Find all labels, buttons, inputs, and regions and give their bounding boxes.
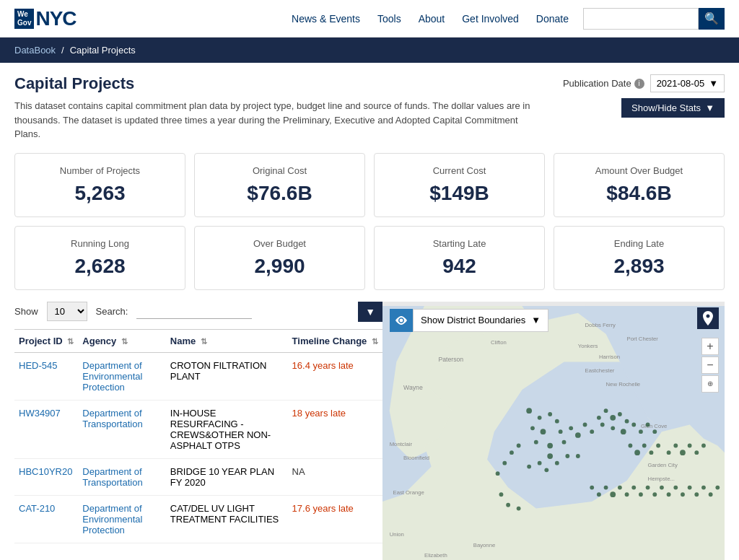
project-id-link[interactable]: HED-545 <box>19 360 57 371</box>
stat-value: 2,628 <box>27 255 173 278</box>
svg-point-29 <box>534 439 538 444</box>
district-dropdown[interactable]: Show District Boundaries ▼ <box>413 309 548 332</box>
stat-card-original-cost: Original Cost $76.6B <box>194 153 365 217</box>
stat-label: Amount Over Budget <box>566 165 712 176</box>
svg-point-86 <box>681 492 685 496</box>
table-row: CAT-210 Department of Environmental Prot… <box>14 495 382 543</box>
svg-point-74 <box>597 492 601 496</box>
search-label: Search: <box>96 306 128 317</box>
nav-tools[interactable]: Tools <box>377 13 401 25</box>
search-button[interactable]: 🔍 <box>699 8 725 30</box>
search-input[interactable] <box>583 8 699 30</box>
agency-link[interactable]: Department of Transportation <box>82 466 142 488</box>
breadcrumb-parent[interactable]: DataBook <box>14 45 56 56</box>
stat-label: Current Cost <box>386 165 533 176</box>
agency-link[interactable]: Department of Environmental Protection <box>82 360 142 393</box>
timeline-change: 18 years late <box>288 400 382 458</box>
svg-point-70 <box>499 492 504 496</box>
stat-value: $76.6B <box>206 182 353 205</box>
stat-value: 942 <box>386 255 533 278</box>
stat-card-starting-late: Starting Late 942 <box>374 226 545 290</box>
table-section: Show 10 25 50 100 Search: ▼ Project <box>14 302 382 561</box>
main-content: Capital Projects This dataset contains c… <box>0 63 739 560</box>
svg-point-83 <box>660 485 664 489</box>
logo-we-gov: WeGov <box>14 9 34 29</box>
zoom-out-button[interactable]: − <box>701 356 719 374</box>
svg-point-75 <box>604 485 608 489</box>
table-row: HBC10YR20 Department of Transportation B… <box>14 458 382 495</box>
svg-point-87 <box>688 485 692 489</box>
stat-label: Original Cost <box>206 165 353 176</box>
svg-text:Bloomfield: Bloomfield <box>403 454 429 460</box>
project-id-link[interactable]: HW34907 <box>19 408 61 419</box>
show-select[interactable]: 10 25 50 100 <box>47 302 87 321</box>
nav-about[interactable]: About <box>419 13 445 25</box>
svg-point-48 <box>618 412 622 416</box>
project-name: BRIDGE 10 YEAR PLAN FY 2020 <box>166 458 288 495</box>
svg-point-72 <box>517 506 521 510</box>
svg-point-44 <box>597 415 601 419</box>
svg-point-58 <box>642 443 647 447</box>
project-id-link[interactable]: CAT-210 <box>19 503 55 514</box>
svg-point-40 <box>538 460 542 465</box>
svg-text:Eastchester: Eastchester <box>585 367 615 373</box>
map-svg: Wayne Montclair Bloomfield East Orange U… <box>382 302 725 561</box>
svg-point-37 <box>565 454 569 458</box>
svg-point-51 <box>621 429 626 434</box>
nav-news-events[interactable]: News & Events <box>292 13 360 25</box>
date-select[interactable]: 2021-08-05 ▼ <box>650 74 725 92</box>
nav-get-involved[interactable]: Get Involved <box>462 13 519 25</box>
project-id-link[interactable]: HBC10YR20 <box>19 466 72 477</box>
svg-point-47 <box>600 422 605 426</box>
show-hide-stats-button[interactable]: Show/Hide Stats ▼ <box>621 98 725 118</box>
svg-point-35 <box>583 422 587 426</box>
svg-point-43 <box>576 454 580 458</box>
logo-nyc-text: NYC <box>35 7 76 30</box>
svg-point-80 <box>639 492 643 496</box>
page-info: Capital Projects This dataset contains c… <box>14 74 534 141</box>
nav-donate[interactable]: Donate <box>536 13 569 25</box>
svg-point-39 <box>547 453 553 459</box>
svg-point-71 <box>506 502 510 507</box>
show-label: Show <box>14 306 38 317</box>
agency-link[interactable]: Department of Environmental Protection <box>82 503 142 535</box>
stats-grid: Number of Projects 5,263 Original Cost $… <box>14 153 725 290</box>
agency-link[interactable]: Department of Transportation <box>82 408 142 429</box>
svg-point-57 <box>634 450 640 455</box>
col-project-id[interactable]: Project ID ⇅ <box>14 329 78 352</box>
svg-point-22 <box>526 408 532 414</box>
stat-card-projects: Number of Projects 5,263 <box>14 153 185 217</box>
date-value: 2021-08-05 <box>657 78 705 89</box>
pub-date-row: Publication Date i 2021-08-05 ▼ <box>563 74 725 92</box>
page-title: Capital Projects <box>14 74 534 93</box>
zoom-reset-button[interactable]: ⊕ <box>701 375 719 393</box>
col-agency[interactable]: Agency ⇅ <box>78 329 165 352</box>
table-row: HED-545 Department of Environmental Prot… <box>14 352 382 400</box>
pub-date-label: Publication Date i <box>563 78 644 89</box>
svg-text:Wayne: Wayne <box>403 384 423 391</box>
svg-text:Clifton: Clifton <box>491 339 507 346</box>
svg-point-85 <box>673 485 678 489</box>
filter-button[interactable]: ▼ <box>358 302 382 322</box>
svg-point-32 <box>517 443 521 447</box>
stat-label: Over Budget <box>206 238 353 249</box>
info-icon[interactable]: i <box>634 79 644 89</box>
stat-label: Ending Late <box>566 238 712 249</box>
svg-point-66 <box>701 443 706 447</box>
eye-button[interactable] <box>390 309 413 332</box>
table-search-input[interactable] <box>136 305 252 319</box>
svg-text:Bayonne: Bayonne <box>473 541 495 548</box>
svg-point-26 <box>541 429 546 434</box>
svg-point-84 <box>667 492 671 496</box>
svg-text:East Orange: East Orange <box>393 489 424 496</box>
location-pin-button[interactable] <box>697 307 719 329</box>
svg-point-73 <box>590 485 594 489</box>
svg-text:Paterson: Paterson <box>438 356 463 363</box>
table-header-row: Project ID ⇅ Agency ⇅ Name ⇅ Timeline <box>14 329 382 352</box>
col-timeline[interactable]: Timeline Change ⇅ <box>288 329 382 352</box>
zoom-in-button[interactable]: + <box>701 338 719 355</box>
site-logo[interactable]: WeGov NYC <box>14 7 76 30</box>
col-name[interactable]: Name ⇅ <box>166 329 288 352</box>
svg-point-38 <box>555 460 559 465</box>
breadcrumb-separator: / <box>61 45 64 56</box>
